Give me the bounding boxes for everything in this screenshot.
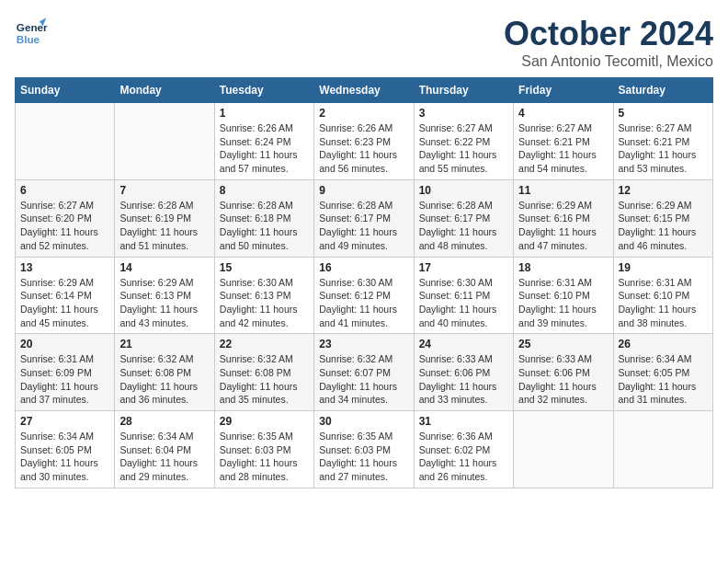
calendar-cell: 28Sunrise: 6:34 AMSunset: 6:04 PMDayligh… [115,411,214,488]
day-info: Sunrise: 6:27 AMSunset: 6:22 PMDaylight:… [419,121,508,176]
day-number: 29 [220,415,309,428]
day-number: 19 [619,261,708,274]
column-header-tuesday: Tuesday [214,78,313,103]
day-info: Sunrise: 6:30 AMSunset: 6:12 PMDaylight:… [319,276,408,330]
week-row-2: 6Sunrise: 6:27 AMSunset: 6:20 PMDaylight… [16,179,713,257]
calendar-cell: 31Sunrise: 6:36 AMSunset: 6:02 PMDayligh… [414,411,513,488]
day-number: 15 [220,261,309,274]
calendar-cell: 2Sunrise: 6:26 AMSunset: 6:23 PMDaylight… [314,103,414,180]
day-info: Sunrise: 6:36 AMSunset: 6:02 PMDaylight:… [419,430,508,484]
day-info: Sunrise: 6:34 AMSunset: 6:05 PMDaylight:… [20,430,109,484]
day-number: 25 [518,338,608,350]
day-number: 26 [619,338,708,350]
day-number: 22 [220,338,309,350]
day-info: Sunrise: 6:31 AMSunset: 6:10 PMDaylight:… [619,276,708,330]
column-header-sunday: Sunday [16,78,115,103]
day-number: 27 [20,415,109,428]
page-header: General Blue October 2024 San Antonio Te… [15,15,713,70]
week-row-3: 13Sunrise: 6:29 AMSunset: 6:14 PMDayligh… [16,257,713,334]
day-info: Sunrise: 6:26 AMSunset: 6:24 PMDaylight:… [220,121,309,176]
day-number: 8 [220,184,309,197]
day-number: 9 [319,184,408,197]
calendar-cell: 16Sunrise: 6:30 AMSunset: 6:12 PMDayligh… [314,257,414,334]
calendar-cell: 10Sunrise: 6:28 AMSunset: 6:17 PMDayligh… [414,179,513,257]
calendar-cell: 7Sunrise: 6:28 AMSunset: 6:19 PMDaylight… [115,179,214,257]
day-number: 7 [119,184,209,197]
calendar-cell: 15Sunrise: 6:30 AMSunset: 6:13 PMDayligh… [214,257,313,334]
calendar-cell: 6Sunrise: 6:27 AMSunset: 6:20 PMDaylight… [16,179,115,257]
day-info: Sunrise: 6:30 AMSunset: 6:11 PMDaylight:… [419,276,508,330]
day-info: Sunrise: 6:28 AMSunset: 6:19 PMDaylight:… [119,199,209,253]
day-info: Sunrise: 6:26 AMSunset: 6:23 PMDaylight:… [319,121,408,176]
calendar-cell: 13Sunrise: 6:29 AMSunset: 6:14 PMDayligh… [16,257,115,334]
day-number: 16 [319,261,408,274]
calendar-cell: 26Sunrise: 6:34 AMSunset: 6:05 PMDayligh… [613,334,712,411]
calendar-cell: 9Sunrise: 6:28 AMSunset: 6:17 PMDaylight… [314,179,414,257]
day-number: 17 [419,261,508,274]
calendar-cell: 12Sunrise: 6:29 AMSunset: 6:15 PMDayligh… [613,179,712,257]
calendar-cell: 17Sunrise: 6:30 AMSunset: 6:11 PMDayligh… [414,257,513,334]
day-number: 31 [419,415,508,428]
calendar-cell: 11Sunrise: 6:29 AMSunset: 6:16 PMDayligh… [514,179,613,257]
calendar-cell [514,411,613,488]
calendar-table: SundayMondayTuesdayWednesdayThursdayFrid… [15,77,713,488]
column-header-thursday: Thursday [414,78,513,103]
calendar-cell: 1Sunrise: 6:26 AMSunset: 6:24 PMDaylight… [214,103,313,180]
day-info: Sunrise: 6:27 AMSunset: 6:21 PMDaylight:… [518,121,608,176]
calendar-cell: 4Sunrise: 6:27 AMSunset: 6:21 PMDaylight… [514,103,613,180]
calendar-cell: 3Sunrise: 6:27 AMSunset: 6:22 PMDaylight… [414,103,513,180]
day-number: 6 [20,184,109,197]
day-number: 21 [119,338,209,350]
day-number: 4 [518,107,608,120]
calendar-cell: 21Sunrise: 6:32 AMSunset: 6:08 PMDayligh… [115,334,214,411]
day-info: Sunrise: 6:29 AMSunset: 6:14 PMDaylight:… [20,276,109,330]
day-number: 10 [419,184,508,197]
day-number: 13 [20,261,109,274]
day-number: 2 [319,107,408,120]
calendar-cell: 24Sunrise: 6:33 AMSunset: 6:06 PMDayligh… [414,334,513,411]
calendar-cell: 23Sunrise: 6:32 AMSunset: 6:07 PMDayligh… [314,334,414,411]
calendar-cell: 22Sunrise: 6:32 AMSunset: 6:08 PMDayligh… [214,334,313,411]
day-number: 23 [319,338,408,350]
day-info: Sunrise: 6:29 AMSunset: 6:15 PMDaylight:… [619,199,708,253]
day-info: Sunrise: 6:34 AMSunset: 6:04 PMDaylight:… [119,430,209,484]
day-number: 12 [619,184,708,197]
day-info: Sunrise: 6:29 AMSunset: 6:16 PMDaylight:… [518,199,608,253]
day-info: Sunrise: 6:32 AMSunset: 6:08 PMDaylight:… [220,352,309,407]
day-info: Sunrise: 6:31 AMSunset: 6:09 PMDaylight:… [20,352,109,407]
location-subtitle: San Antonio Tecomitl, Mexico [504,53,713,70]
week-row-1: 1Sunrise: 6:26 AMSunset: 6:24 PMDaylight… [16,103,713,180]
day-info: Sunrise: 6:31 AMSunset: 6:10 PMDaylight:… [518,276,608,330]
day-number: 30 [319,415,408,428]
day-number: 24 [419,338,508,350]
day-number: 1 [220,107,309,120]
calendar-cell [115,103,214,180]
calendar-cell: 5Sunrise: 6:27 AMSunset: 6:21 PMDaylight… [613,103,712,180]
day-info: Sunrise: 6:35 AMSunset: 6:03 PMDaylight:… [220,430,309,484]
day-info: Sunrise: 6:32 AMSunset: 6:08 PMDaylight:… [119,352,209,407]
day-info: Sunrise: 6:27 AMSunset: 6:21 PMDaylight:… [619,121,708,176]
calendar-cell: 29Sunrise: 6:35 AMSunset: 6:03 PMDayligh… [214,411,313,488]
day-info: Sunrise: 6:28 AMSunset: 6:17 PMDaylight:… [319,199,408,253]
day-info: Sunrise: 6:32 AMSunset: 6:07 PMDaylight:… [319,352,408,407]
logo-icon: General Blue [15,15,48,48]
calendar-header-row: SundayMondayTuesdayWednesdayThursdayFrid… [16,78,713,103]
week-row-4: 20Sunrise: 6:31 AMSunset: 6:09 PMDayligh… [16,334,713,411]
day-info: Sunrise: 6:35 AMSunset: 6:03 PMDaylight:… [319,430,408,484]
day-number: 14 [119,261,209,274]
day-info: Sunrise: 6:34 AMSunset: 6:05 PMDaylight:… [619,352,708,407]
column-header-monday: Monday [115,78,214,103]
calendar-cell: 30Sunrise: 6:35 AMSunset: 6:03 PMDayligh… [314,411,414,488]
column-header-friday: Friday [514,78,613,103]
day-info: Sunrise: 6:30 AMSunset: 6:13 PMDaylight:… [220,276,309,330]
calendar-cell: 27Sunrise: 6:34 AMSunset: 6:05 PMDayligh… [16,411,115,488]
day-number: 11 [518,184,608,197]
calendar-cell: 14Sunrise: 6:29 AMSunset: 6:13 PMDayligh… [115,257,214,334]
day-number: 20 [20,338,109,350]
day-info: Sunrise: 6:33 AMSunset: 6:06 PMDaylight:… [518,352,608,407]
day-number: 28 [119,415,209,428]
calendar-cell: 18Sunrise: 6:31 AMSunset: 6:10 PMDayligh… [514,257,613,334]
week-row-5: 27Sunrise: 6:34 AMSunset: 6:05 PMDayligh… [16,411,713,488]
calendar-cell: 19Sunrise: 6:31 AMSunset: 6:10 PMDayligh… [613,257,712,334]
day-info: Sunrise: 6:28 AMSunset: 6:17 PMDaylight:… [419,199,508,253]
